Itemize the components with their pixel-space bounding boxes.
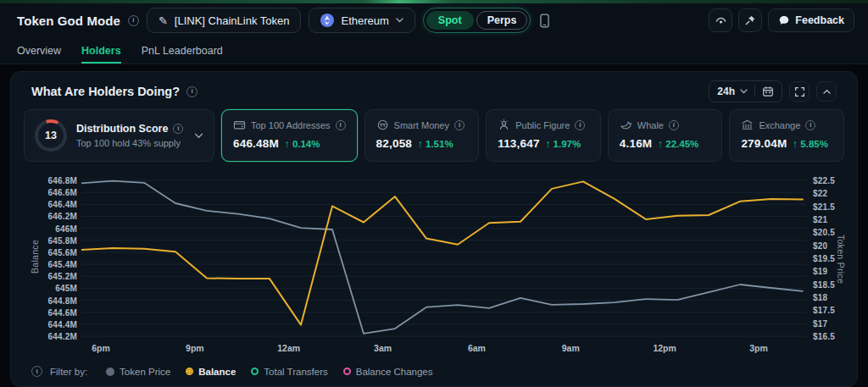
info-icon[interactable]: [336, 120, 346, 130]
right-axis-tick: $19.5: [813, 254, 835, 263]
timeframe-value: 24h: [717, 86, 735, 97]
info-icon[interactable]: [805, 120, 815, 130]
left-axis-tick: 646M: [11, 224, 77, 233]
wallet-icon: [233, 119, 246, 131]
stat-card-label: Smart Money: [394, 120, 449, 130]
spot-toggle[interactable]: Spot: [426, 11, 474, 30]
stat-card-value: 4.16M: [620, 137, 653, 150]
stat-card-change: ↑ 5.85%: [793, 139, 828, 149]
right-axis-tick: $18: [813, 293, 827, 302]
exchange-icon: [741, 119, 754, 131]
balance-line: [81, 181, 803, 324]
distribution-score-card[interactable]: 13 Distribution Score Top 100 hold 43% s…: [24, 109, 214, 162]
left-axis-tick: 646.6M: [11, 188, 77, 197]
mobile-icon[interactable]: [540, 14, 549, 28]
chevron-up-icon: [821, 86, 832, 97]
tab-pnl-leaderboard[interactable]: PnL Leaderboard: [142, 37, 223, 64]
balance-changes-marker-icon: [343, 368, 351, 375]
legend-item-total-transfers[interactable]: Total Transfers: [251, 367, 327, 377]
distribution-score-value: 13: [38, 123, 64, 149]
right-axis-tick: $22: [813, 189, 827, 198]
x-axis-tick: 6pm: [80, 343, 122, 353]
holders-panel: What Are Holders Doing? 24h: [10, 71, 858, 387]
right-axis-tick: $22.5: [813, 176, 835, 185]
legend-item-balance[interactable]: Balance: [186, 367, 236, 377]
eye-icon: [715, 14, 727, 27]
network-selector[interactable]: Ethereum: [309, 8, 415, 33]
legend-label: Token Price: [120, 367, 170, 377]
left-axis-tick: 645.8M: [11, 235, 77, 245]
collapse-button[interactable]: [816, 81, 837, 102]
holder-cards-row: 13 Distribution Score Top 100 hold 43% s…: [24, 109, 844, 162]
x-axis-tick: 12am: [268, 343, 310, 353]
stat-card-label: Whale: [637, 120, 664, 130]
token-selector[interactable]: ✎ [LINK] ChainLink Token: [147, 8, 302, 33]
info-icon[interactable]: [575, 120, 585, 130]
fullscreen-button[interactable]: [789, 81, 810, 102]
left-axis-tick: 646.2M: [11, 212, 77, 221]
info-icon[interactable]: [669, 120, 679, 130]
calendar-button[interactable]: [762, 86, 774, 97]
tab-holders[interactable]: Holders: [81, 37, 121, 64]
smart-money-icon: [376, 119, 389, 131]
legend-item-balance-changes[interactable]: Balance Changes: [343, 367, 433, 377]
timeframe-selector[interactable]: 24h: [717, 86, 748, 97]
stat-card-label: Public Figure: [515, 120, 570, 130]
left-axis-tick: 644.4M: [11, 319, 77, 329]
info-icon[interactable]: [454, 120, 465, 130]
stat-card-label: Exchange: [759, 120, 800, 130]
x-axis-tick: 9am: [549, 343, 592, 353]
stat-card-header: Top 100 Addresses: [233, 119, 346, 131]
pin-icon: [744, 14, 756, 26]
stat-card-header: Smart Money: [376, 119, 468, 131]
perps-toggle[interactable]: Perps: [476, 11, 528, 30]
exchange-card[interactable]: Exchange279.04M↑ 5.85%: [729, 109, 844, 162]
right-axis-tick: $19: [813, 267, 827, 276]
right-axis-tick: $20: [813, 240, 827, 250]
legend-item-token-price[interactable]: Token Price: [106, 367, 170, 377]
info-icon[interactable]: [186, 86, 198, 97]
right-axis-tick: $21: [813, 215, 827, 224]
page-title: Token God Mode: [17, 14, 120, 28]
stat-card-values: 113,647↑ 1.97%: [498, 137, 589, 150]
feedback-icon: [778, 14, 790, 26]
feedback-button[interactable]: Feedback: [768, 8, 854, 32]
pin-button[interactable]: [738, 8, 762, 32]
left-axis-tick: 646.4M: [11, 200, 77, 209]
balance-marker-icon: [186, 368, 193, 375]
info-icon[interactable]: [173, 124, 183, 134]
info-icon[interactable]: [128, 15, 139, 26]
chart-plot[interactable]: [81, 174, 806, 340]
divider: [754, 86, 755, 97]
info-icon[interactable]: [31, 366, 42, 377]
legend-label: Total Transfers: [264, 367, 327, 377]
feedback-label: Feedback: [795, 14, 844, 26]
token-price-marker-icon: [106, 368, 114, 376]
right-axis-tick: $16.5: [813, 332, 835, 341]
whale-card[interactable]: Whale4.16M↑ 22.45%: [608, 109, 723, 162]
top-100-addresses-card[interactable]: Top 100 Addresses646.48M↑ 0.14%: [221, 109, 358, 162]
topbar-right: Feedback: [709, 8, 854, 32]
distribution-score-gauge: 13: [35, 119, 67, 152]
public-figure-card[interactable]: Public Figure113,647↑ 1.97%: [486, 109, 601, 162]
distribution-score-text: Distribution Score Top 100 hold 43% supp…: [76, 123, 185, 148]
stat-card-values: 82,058↑ 1.51%: [376, 137, 468, 150]
stat-card-label: Top 100 Addresses: [251, 120, 331, 130]
chevron-down-icon[interactable]: [194, 133, 203, 139]
stat-card-change: ↑ 22.45%: [658, 139, 698, 149]
legend-prefix: Filter by:: [50, 367, 87, 377]
holders-chart: Balance Token Price 646.8M646.6M646.4M64…: [11, 174, 857, 359]
calendar-icon: [762, 86, 774, 97]
tab-overview[interactable]: Overview: [17, 37, 61, 64]
stat-card-value: 646.48M: [233, 137, 279, 150]
tab-bar: OverviewHoldersPnL Leaderboard: [0, 37, 868, 64]
stat-card-values: 646.48M↑ 0.14%: [233, 137, 346, 150]
right-axis-tick: $17: [813, 318, 827, 328]
watch-button[interactable]: [709, 8, 732, 32]
chevron-down-icon: [396, 18, 403, 23]
network-label: Ethereum: [341, 14, 388, 27]
x-axis-tick: 3am: [362, 343, 404, 353]
legend-label: Balance: [198, 367, 236, 377]
left-axis-tick: 645.2M: [11, 272, 77, 281]
smart-money-card[interactable]: Smart Money82,058↑ 1.51%: [364, 109, 480, 162]
